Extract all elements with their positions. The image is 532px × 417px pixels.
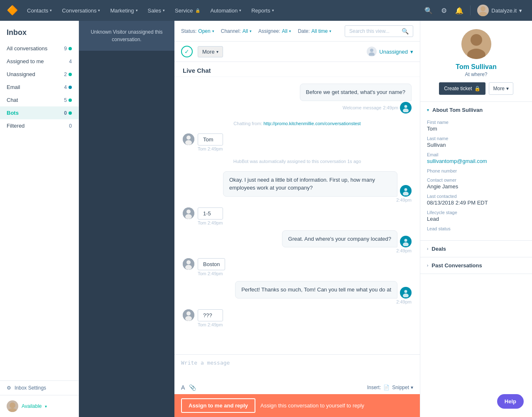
contact-header: Tom Sullivan At where? Create ticket 🔒 M… (420, 21, 532, 102)
search-icon[interactable]: 🔍 (421, 4, 436, 17)
status-filter-value[interactable]: Open (198, 28, 210, 34)
assignee-button[interactable]: Unassigned ▾ (367, 47, 413, 57)
message-input[interactable] (181, 360, 413, 380)
user-meta-2: Tom 2:49pm (198, 220, 223, 225)
field-phone: Phone number (427, 168, 525, 173)
filter-bar: Status: Open ▾ Channel: All ▾ Assignee: … (174, 21, 420, 42)
availability-chevron[interactable]: ▾ (45, 404, 47, 409)
deals-section-header[interactable]: › Deals (420, 241, 532, 257)
sidebar-navigation: All conversations 9 Assigned to me 4 Una… (0, 42, 78, 380)
about-section-header[interactable]: ▾ About Tom Sullivan (420, 102, 532, 118)
sidebar-item-chat[interactable]: Chat 5 (0, 94, 78, 106)
bot-avatar-3 (400, 236, 412, 247)
field-lead-status: Lead status (427, 226, 525, 231)
sidebar-item-unassigned[interactable]: Unassigned 2 (0, 68, 78, 81)
svg-point-1 (479, 12, 487, 16)
sidebar-item-assigned-to-me[interactable]: Assigned to me 4 (0, 55, 78, 68)
hubspot-logo[interactable]: 🔶 (7, 5, 18, 16)
sidebar-item-bots[interactable]: Bots 0 (0, 106, 78, 119)
nav-service[interactable]: Service 🔒 (171, 5, 204, 16)
bot-avatar-4 (400, 287, 412, 299)
sidebar-item-filtered[interactable]: Filtered 0 (0, 119, 78, 132)
message-bubble-4: Perfect! Thanks so much, Tom! Can you te… (235, 281, 397, 299)
nav-reports[interactable]: Reports ▾ (247, 5, 278, 16)
sidebar-item-all-conversations[interactable]: All conversations 9 (0, 42, 78, 55)
message-bubble-3: Great. And where's your company located? (282, 230, 397, 248)
badge-count-all: 9 (64, 46, 67, 52)
resolve-button[interactable]: ✓ (181, 46, 193, 57)
search-input[interactable] (349, 28, 399, 34)
date-filter: Date: All time ▾ (298, 28, 331, 34)
user-bubble-2: 1-5 (198, 207, 223, 220)
field-value-lifecycle: Lead (427, 216, 525, 222)
user-meta-4: Tom 2:49pm (198, 322, 223, 327)
nav-sales[interactable]: Sales ▾ (144, 5, 169, 16)
user-meta-3: Tom 2:49pm (198, 271, 225, 276)
date-filter-value[interactable]: All time (311, 28, 328, 34)
user-avatar-2 (183, 207, 194, 219)
assignee-filter-chevron[interactable]: ▾ (289, 29, 291, 33)
nav-conversations[interactable]: Conversations ▾ (58, 5, 104, 16)
svg-point-0 (481, 6, 485, 11)
filter-group: Status: Open ▾ Channel: All ▾ Assignee: … (181, 28, 341, 34)
nav-contacts[interactable]: Contacts ▾ (23, 5, 56, 16)
assignee-filter-value[interactable]: All (282, 28, 287, 34)
snippet-button[interactable]: Snippet ▾ (392, 385, 413, 390)
left-sidebar: Inbox All conversations 9 Assigned to me… (0, 21, 79, 417)
attachment-icon[interactable]: 📎 (189, 384, 196, 391)
channel-filter-value[interactable]: All (243, 28, 248, 34)
sidebar-label-email: Email (7, 84, 20, 90)
help-button[interactable]: Help (497, 394, 524, 409)
right-panel: Tom Sullivan At where? Create ticket 🔒 M… (420, 21, 532, 417)
svg-point-13 (405, 188, 407, 191)
contact-more-chevron: ▾ (506, 86, 509, 91)
sidebar-footer: Available ▾ (0, 395, 78, 417)
bot-avatar-2 (400, 185, 412, 197)
search-box[interactable]: 🔍 (345, 25, 413, 37)
user-menu[interactable]: Datalyze.it ▾ (474, 3, 525, 18)
nav-marketing[interactable]: Marketing ▾ (106, 5, 142, 16)
past-conversations-section-header[interactable]: › Past Conversations (420, 257, 532, 274)
inbox-settings-link[interactable]: ⚙ Inbox Settings (0, 380, 78, 395)
more-actions-button[interactable]: More ▾ (198, 46, 223, 57)
channel-filter: Channel: All ▾ (221, 28, 252, 34)
past-conversations-title: Past Conversations (431, 262, 482, 269)
date-filter-chevron[interactable]: ▾ (329, 29, 331, 33)
user-avatar-1 (183, 133, 194, 145)
ticket-lock-icon: 🔒 (474, 86, 481, 91)
nav-automation[interactable]: Automation ▾ (206, 5, 245, 16)
svg-point-3 (8, 408, 17, 412)
availability-status[interactable]: Available (22, 403, 42, 409)
sidebar-label-all-conversations: All conversations (7, 45, 47, 52)
field-label-lead-status: Lead status (427, 226, 525, 231)
message-user-1: Tom Tom 2:49pm (183, 133, 223, 151)
badge-count-filtered: 0 (69, 123, 72, 129)
about-section-body: First name Tom Last name Sullivan Email … (420, 118, 532, 240)
contact-name[interactable]: Tom Sullivan (456, 63, 496, 71)
assign-reply-button[interactable]: Assign to me and reply (181, 398, 255, 413)
create-ticket-button[interactable]: Create ticket 🔒 (439, 82, 485, 95)
notifications-icon[interactable]: 🔔 (452, 4, 467, 17)
field-value-email[interactable]: sullivantomp@gmail.com (427, 158, 525, 164)
field-value-firstname: Tom (427, 126, 525, 132)
assign-text: Assign this conversation to yourself to … (260, 402, 364, 409)
badge-dot-all (69, 47, 72, 50)
user-meta-1: Tom 2:49pm (198, 146, 223, 151)
channel-filter-chevron[interactable]: ▾ (250, 29, 252, 33)
contact-more-button[interactable]: More ▾ (489, 82, 513, 95)
sidebar-item-email[interactable]: Email 4 (0, 81, 78, 94)
about-section-chevron: ▾ (427, 108, 429, 112)
badge-count-assigned: 4 (69, 59, 72, 64)
text-format-icon[interactable]: A (181, 384, 185, 391)
sidebar-label-filtered: Filtered (7, 123, 25, 129)
chatting-from-link[interactable]: http://promo.kitchenmillie.com/conversat… (263, 121, 360, 126)
system-message-1: Chatting from: http://promo.kitchenmilli… (183, 118, 412, 128)
svg-point-29 (185, 316, 192, 321)
bot-avatar (400, 102, 412, 114)
settings-icon[interactable]: ⚙ (438, 4, 450, 17)
conversation-list-panel: Unknown Visitor unassigned this conversa… (79, 21, 174, 417)
message-bubble: Before we get started, what's your name? (300, 84, 412, 101)
assignee-chevron: ▾ (410, 49, 413, 55)
status-filter-chevron[interactable]: ▾ (212, 29, 214, 33)
message-user-4: ??? Tom 2:49pm (183, 309, 223, 327)
